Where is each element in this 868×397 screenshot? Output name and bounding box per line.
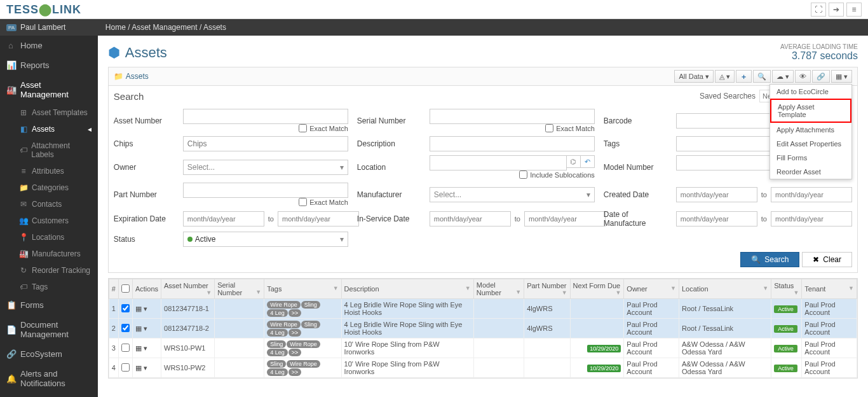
- menu-icon[interactable]: ≡: [846, 3, 862, 17]
- row-action-menu[interactable]: ▾: [144, 344, 147, 352]
- sidebar-categories[interactable]: 📁Categories: [0, 179, 98, 196]
- sidebar-assets[interactable]: ◧Assets: [0, 121, 98, 137]
- row-action-menu[interactable]: ▾: [144, 364, 147, 372]
- col-header[interactable]: Status▼: [771, 279, 802, 299]
- row-action-menu[interactable]: ▾: [144, 305, 147, 312]
- tag[interactable]: 4 Leg: [267, 329, 288, 337]
- filter-icon[interactable]: ▼: [562, 289, 567, 296]
- row-action-icon[interactable]: ▦: [135, 305, 142, 312]
- inp-exp-to[interactable]: [278, 211, 359, 226]
- col-header[interactable]: Location▼: [679, 279, 771, 299]
- sidebar-asset-templates[interactable]: ⊞Asset Templates: [0, 104, 98, 121]
- table-row[interactable]: 2▦ ▾0812347718-2Wire RopeSling4 Leg>>4 L…: [109, 319, 857, 338]
- clear-button[interactable]: ✖Clear: [802, 252, 852, 267]
- inp-desc[interactable]: [430, 136, 595, 151]
- filter-icon[interactable]: ▼: [848, 285, 854, 291]
- inp-part[interactable]: [183, 183, 348, 198]
- crumb-home[interactable]: Home: [105, 23, 126, 32]
- tag[interactable]: 4 Leg: [267, 309, 288, 317]
- tag[interactable]: 4 Leg: [267, 349, 288, 356]
- col-header[interactable]: Asset Number▼: [161, 279, 215, 299]
- tag[interactable]: >>: [288, 349, 302, 356]
- tag[interactable]: >>: [288, 309, 302, 317]
- inp-dom-from[interactable]: [676, 211, 757, 226]
- user-row[interactable]: PA Paul Lambert: [0, 19, 98, 36]
- sidebar-attachment-labels[interactable]: 🏷Attachment Labels: [0, 137, 98, 163]
- tag[interactable]: Wire Rope: [287, 340, 320, 348]
- col-header[interactable]: Owner▼: [624, 279, 679, 299]
- nav-doc-mgmt[interactable]: 📄Document Management: [0, 315, 98, 344]
- link-btn[interactable]: 🔗: [812, 70, 830, 83]
- filter-icon[interactable]: ▼: [515, 289, 521, 295]
- col-header[interactable]: Next Form Due▼: [570, 279, 624, 299]
- tag[interactable]: Sling: [301, 301, 320, 309]
- fullscreen-icon[interactable]: ⛶: [811, 3, 826, 17]
- chk-exact-serial[interactable]: [545, 124, 553, 132]
- more-btn[interactable]: ▦ ▾: [831, 70, 852, 83]
- inp-exp-from[interactable]: [183, 211, 264, 226]
- crumb-assetmgmt[interactable]: Asset Management: [132, 23, 197, 32]
- chk-subloc[interactable]: [519, 171, 527, 179]
- sel-owner[interactable]: Select...▾: [183, 160, 348, 175]
- search-btn[interactable]: 🔍: [753, 70, 771, 83]
- filter-icon[interactable]: ▼: [793, 289, 799, 296]
- dd-add-ecocircle[interactable]: Add to EcoCircle: [770, 85, 851, 99]
- nav-reports[interactable]: 📊Reports: [0, 55, 98, 75]
- col-header[interactable]: Description▼: [341, 279, 473, 299]
- filter-icon[interactable]: ▼: [670, 285, 676, 291]
- filter-icon[interactable]: ▼: [333, 285, 339, 291]
- loc-reset-btn[interactable]: ↶: [581, 155, 595, 168]
- tag[interactable]: Wire Rope: [267, 301, 301, 309]
- nav-forms[interactable]: 📋Forms: [0, 295, 98, 315]
- sidebar-reorder[interactable]: ↻Reorder Tracking: [0, 262, 98, 279]
- filter-icon[interactable]: ▼: [465, 285, 471, 291]
- exit-icon[interactable]: ➔: [829, 3, 844, 17]
- eye-btn[interactable]: 👁: [795, 70, 811, 83]
- sidebar-attributes[interactable]: ≡Attributes: [0, 163, 98, 179]
- chk-exact-asset[interactable]: [299, 124, 307, 132]
- dd-apply-template[interactable]: Apply Asset Template: [770, 99, 851, 123]
- sidebar-locations[interactable]: 📍Locations: [0, 229, 98, 246]
- loc-tree-btn[interactable]: ⌬: [567, 155, 581, 168]
- filter-icon[interactable]: ▼: [763, 285, 768, 291]
- cloud-btn[interactable]: ☁ ▾: [772, 70, 794, 83]
- chk-exact-part[interactable]: [299, 198, 307, 206]
- sidebar-contacts[interactable]: ✉Contacts: [0, 196, 98, 212]
- nav-asset-mgmt[interactable]: 🏭Asset Management: [0, 75, 98, 104]
- inp-serial[interactable]: [430, 109, 595, 124]
- tag[interactable]: Sling: [267, 360, 286, 368]
- tag[interactable]: 4 Leg: [267, 368, 288, 376]
- select-all[interactable]: [121, 284, 130, 293]
- tag[interactable]: Sling: [267, 340, 286, 348]
- col-header[interactable]: Part Number▼: [524, 279, 570, 299]
- dd-apply-attachments[interactable]: Apply Attachments: [770, 123, 851, 137]
- row-action-menu[interactable]: ▾: [144, 324, 147, 332]
- row-checkbox[interactable]: [121, 304, 130, 312]
- inp-created-from[interactable]: [676, 187, 757, 202]
- filter-icon[interactable]: ▼: [615, 289, 621, 296]
- add-btn[interactable]: ＋: [736, 70, 752, 83]
- col-header[interactable]: #: [109, 279, 118, 299]
- inp-created-to[interactable]: [771, 187, 852, 202]
- nav-alerts[interactable]: 🔔Alerts and Notifications: [0, 364, 98, 393]
- table-row[interactable]: 4▦ ▾WRS10-PW2SlingWire Rope4 Leg>>10' Wi…: [109, 358, 857, 378]
- filter-icon[interactable]: ▼: [255, 289, 261, 295]
- sidebar-manufacturers[interactable]: 🏭Manufacturers: [0, 246, 98, 262]
- inp-ins-to[interactable]: [524, 211, 606, 226]
- inp-dom-to[interactable]: [771, 211, 852, 226]
- filter-icon[interactable]: ▼: [206, 289, 212, 296]
- col-header[interactable]: [118, 279, 132, 299]
- inp-ins-from[interactable]: [430, 211, 511, 226]
- all-data-dropdown[interactable]: All Data ▾: [674, 70, 714, 83]
- inp-chips[interactable]: [183, 136, 348, 151]
- col-header[interactable]: Model Number▼: [473, 279, 524, 299]
- table-row[interactable]: 1▦ ▾0812347718-1Wire RopeSling4 Leg>>4 L…: [109, 299, 857, 319]
- row-checkbox[interactable]: [121, 344, 130, 352]
- row-action-icon[interactable]: ▦: [135, 324, 142, 332]
- dd-edit-properties[interactable]: Edit Asset Properties: [770, 137, 851, 151]
- col-header[interactable]: Actions: [132, 279, 161, 299]
- tag[interactable]: >>: [288, 329, 302, 337]
- row-action-icon[interactable]: ▦: [135, 364, 142, 372]
- col-header[interactable]: Tags▼: [264, 279, 341, 299]
- row-action-icon[interactable]: ▦: [135, 344, 142, 352]
